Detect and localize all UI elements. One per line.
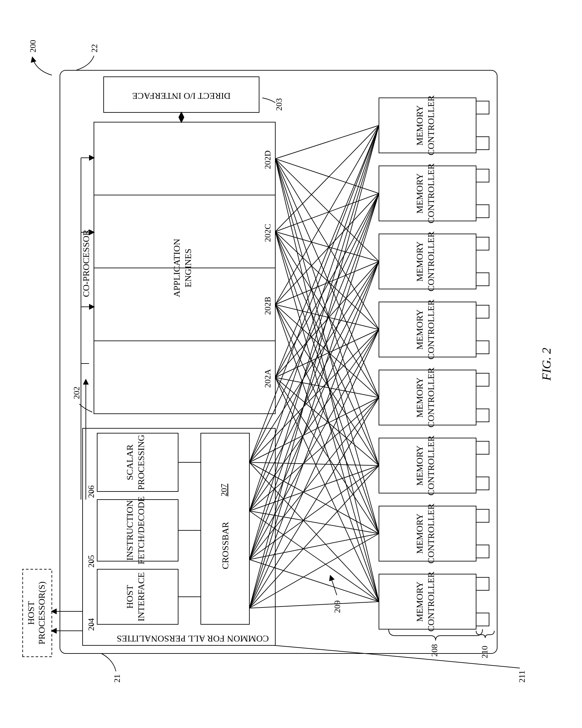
if1: INSTRUCTION (125, 500, 135, 561)
if2: FETCH/DECODE (136, 496, 146, 564)
host-label-2: PROCESSOR(S) (36, 581, 47, 645)
svg-rect-116 (476, 137, 489, 150)
svg-text:MEMORY: MEMORY (415, 445, 425, 486)
ref-203: 203 (274, 98, 284, 111)
ref-208: 208 (430, 644, 439, 657)
xbar: CROSSBAR (220, 522, 230, 569)
svg-rect-87 (476, 509, 489, 522)
ref-200: 200 (28, 40, 37, 52)
svg-text:MEMORY: MEMORY (415, 309, 425, 349)
svg-text:CONTROLLER: CONTROLLER (426, 95, 436, 155)
svg-text:MEMORY: MEMORY (415, 378, 425, 418)
ref-21: 21 (112, 674, 122, 683)
ref-202c: 202C (263, 224, 272, 242)
svg-rect-107 (476, 237, 489, 250)
svg-rect-111 (476, 205, 489, 218)
ref-211: 211 (517, 670, 527, 683)
ref-210: 210 (480, 646, 490, 658)
hi1: HOST (125, 585, 135, 608)
dio: DIRECT I/O INTERFACE (132, 91, 231, 101)
svg-text:MEMORY: MEMORY (415, 105, 425, 146)
svg-text:CONTROLLER: CONTROLLER (426, 436, 436, 495)
host-label-1: HOST (26, 601, 36, 625)
svg-rect-101 (476, 341, 489, 354)
ref-207: 207 (219, 484, 229, 496)
svg-text:CONTROLLER: CONTROLLER (426, 163, 436, 223)
svg-text:MEMORY: MEMORY (415, 241, 425, 282)
cop: CO-PROCESSOR (81, 229, 91, 297)
svg-text:CONTROLLER: CONTROLLER (426, 231, 436, 291)
svg-rect-86 (476, 545, 489, 558)
ref-202b: 202B (263, 297, 272, 315)
svg-text:CONTROLLER: CONTROLLER (426, 503, 436, 564)
figure-2: 200 21 22 HOST PROCESSOR(S) COMMON FOR A… (0, 0, 582, 728)
ref-204: 204 (86, 618, 96, 631)
svg-rect-106 (476, 273, 489, 286)
hi2: INTERFACE (136, 572, 146, 621)
svg-rect-82 (476, 577, 489, 590)
svg-text:MEMORY: MEMORY (415, 514, 425, 554)
ref-202d: 202D (263, 150, 272, 169)
svg-text:CONTROLLER: CONTROLLER (426, 300, 436, 359)
ref-205: 205 (86, 555, 96, 568)
sp1: SCALAR (125, 444, 135, 480)
svg-rect-117 (476, 101, 489, 114)
ref-209: 209 (333, 600, 342, 613)
svg-text:CONTROLLER: CONTROLLER (426, 572, 436, 631)
sp2: PROCESSING (136, 435, 146, 490)
svg-text:CONTROLLER: CONTROLLER (426, 367, 436, 427)
svg-rect-112 (476, 169, 489, 182)
svg-text:MEMORY: MEMORY (415, 581, 425, 622)
svg-rect-92 (476, 441, 489, 454)
svg-rect-96 (476, 409, 489, 422)
ref-202a: 202A (263, 369, 272, 388)
svg-rect-91 (476, 477, 489, 490)
svg-rect-81 (476, 613, 489, 626)
ref-22: 22 (90, 44, 99, 52)
ref-202: 202 (72, 387, 81, 399)
ref-206: 206 (86, 485, 96, 498)
common-label: COMMON FOR ALL PERSONALITIES (116, 634, 269, 644)
svg-rect-102 (476, 305, 489, 318)
svg-text:MEMORY: MEMORY (415, 173, 425, 213)
figure-label: FIG. 2 (539, 348, 553, 381)
svg-rect-97 (476, 373, 489, 386)
